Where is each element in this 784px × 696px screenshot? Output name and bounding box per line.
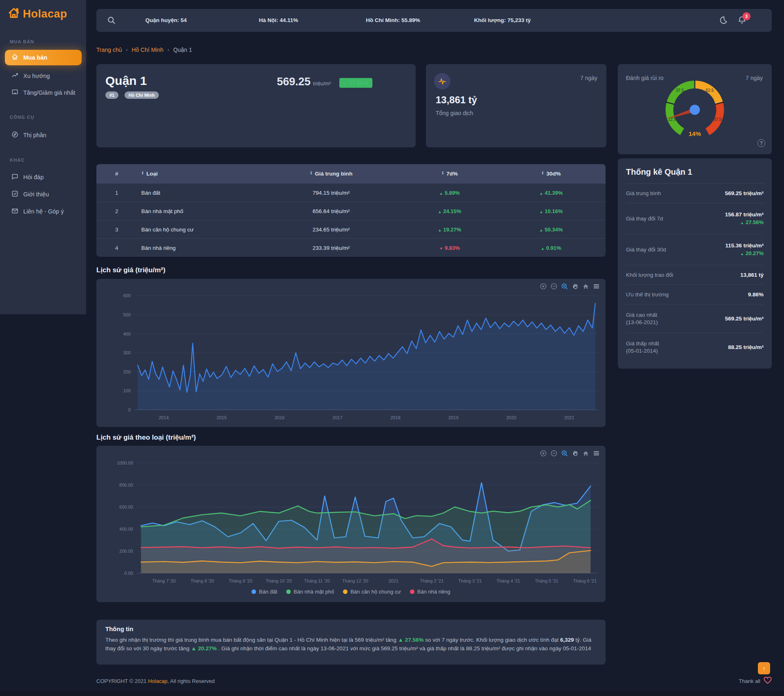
zoom-select-icon[interactable] [561, 450, 568, 457]
svg-text:1000.00: 1000.00 [117, 460, 133, 465]
svg-text:2015: 2015 [217, 415, 227, 420]
sidebar-item-gioi-thieu[interactable]: Giới thiệu [5, 187, 82, 202]
house-icon [11, 53, 18, 62]
scroll-top-button[interactable]: ↑ [758, 662, 770, 674]
svg-text:Tháng 11 '20: Tháng 11 '20 [304, 578, 330, 583]
trend-icon [11, 72, 18, 80]
price-by-type-chart[interactable]: 0.00200.00400.00600.00800.001000.00Tháng… [96, 446, 606, 602]
legend-ban-dat[interactable]: Bán đất [252, 589, 277, 595]
sidebar-section-muaban: MUA BÁN [10, 39, 34, 44]
stat-quan-huyen: Quận huyện: 54 [145, 17, 187, 23]
sidebar-item-label: Tăng/Giảm giá nhất [23, 89, 75, 96]
zoom-out-circle-icon[interactable] [550, 450, 557, 457]
legend-ban-nha-rieng[interactable]: Bán nhà riêng [410, 589, 450, 595]
breadcrumb: Trang chủ › Hồ Chí Minh › Quận 1 [96, 47, 192, 53]
svg-text:87.5: 87.5 [713, 117, 722, 122]
svg-text:800.00: 800.00 [119, 483, 133, 487]
legend-ban-nha-mat-pho[interactable]: Bán nhà mặt phố [286, 589, 334, 595]
svg-text:Tháng 12 '20: Tháng 12 '20 [342, 578, 368, 583]
legend-ban-can-ho[interactable]: Bán căn hộ chung cư [343, 589, 401, 595]
sidebar-item-mua-ban[interactable]: Mua bán [5, 50, 82, 65]
type-rank-table: # ▲▼Loại ▲▼Giá trung bình ▲▼7d% ▲▼30d% 1… [96, 164, 606, 257]
menu-icon[interactable] [593, 450, 600, 457]
table-row[interactable]: 4 Bán nhà riêng 233.39 triệu/m² ▼9.83% ▲… [96, 238, 606, 257]
breadcrumb-city[interactable]: Hồ Chí Minh [132, 47, 164, 53]
zoom-out-circle-icon[interactable] [550, 283, 557, 290]
bottom-strip [0, 691, 784, 696]
price-by-type-plot[interactable]: 0.00200.00400.00600.00800.001000.00Tháng… [96, 446, 606, 587]
svg-text:400.00: 400.00 [119, 527, 133, 531]
logo[interactable]: Holacap [7, 7, 67, 21]
svg-text:62.5: 62.5 [706, 88, 714, 93]
svg-text:300: 300 [123, 350, 131, 355]
price-change-badge: ▲27.56% [339, 78, 372, 88]
pan-hand-icon[interactable] [572, 450, 579, 457]
price-history-plot[interactable]: 0100200300400500600201420152016201720182… [96, 279, 606, 424]
help-icon[interactable]: ? [757, 139, 765, 147]
home-reset-icon[interactable] [582, 283, 589, 290]
district-overview-card: Quận 1 #1 Hồ Chí Minh 569.25 triệu/m² ▲2… [96, 64, 416, 147]
svg-text:Tháng 10 '20: Tháng 10 '20 [266, 578, 292, 583]
sidebar-item-label: Liên hệ - Góp ý [23, 208, 64, 215]
sidebar-item-label: Giới thiệu [23, 191, 49, 198]
svg-text:Tháng 2 '21: Tháng 2 '21 [420, 578, 444, 583]
svg-text:2021: 2021 [564, 415, 574, 420]
risk-value: 14% [688, 130, 701, 137]
sidebar-item-tang-giam[interactable]: Tăng/Giảm giá nhất [5, 85, 82, 100]
svg-text:2017: 2017 [332, 415, 342, 420]
thanks: Thank all [739, 677, 772, 685]
sidebar-item-lien-he[interactable]: Liên hệ - Góp ý [5, 204, 82, 219]
svg-text:Tháng 9 '20: Tháng 9 '20 [229, 578, 252, 583]
svg-text:37.5: 37.5 [676, 88, 684, 93]
home-reset-icon[interactable] [582, 450, 589, 457]
price-history-chart[interactable]: 0100200300400500600201420152016201720182… [96, 279, 606, 427]
chart-legend: Bán đất Bán nhà mặt phố Bán căn hộ chung… [96, 589, 606, 595]
svg-text:2016: 2016 [274, 415, 284, 420]
rank-badge: #1 [105, 91, 118, 99]
dark-mode-moon-icon[interactable] [719, 16, 728, 26]
notification-bell-icon[interactable]: 3 [737, 16, 746, 26]
page-title: Quận 1 [105, 74, 147, 88]
svg-text:200.00: 200.00 [119, 549, 133, 554]
sidebar-item-thi-phan[interactable]: Thị phần [5, 127, 82, 143]
activity-icon [434, 73, 450, 89]
zoom-in-circle-icon[interactable] [540, 450, 547, 457]
breadcrumb-district: Quận 1 [173, 47, 192, 53]
table-row[interactable]: 2 Bán nhà mặt phố 656.64 triệu/m² ▲24.15… [96, 202, 606, 220]
svg-text:Tháng 3 '21: Tháng 3 '21 [458, 578, 482, 583]
svg-text:0.00: 0.00 [125, 571, 133, 576]
svg-text:0: 0 [128, 407, 131, 412]
home-logo-icon [7, 7, 20, 21]
svg-text:Tháng 7 '20: Tháng 7 '20 [152, 578, 176, 583]
stat-row: Giá thay đổi 30d 115.36 triệu/m²▲20.27% [626, 234, 764, 265]
pan-hand-icon[interactable] [572, 283, 579, 290]
brand-name: Holacap [23, 8, 67, 20]
col-type[interactable]: ▲▼Loại [141, 171, 260, 177]
sidebar-item-xu-huong[interactable]: Xu hướng [5, 68, 82, 84]
menu-icon[interactable] [593, 283, 600, 290]
risk-gauge-card: Đánh giá rủi ro 7 ngày 12.5 37.5 62.5 87… [618, 64, 772, 154]
col-30d[interactable]: ▲▼30d% [497, 171, 606, 177]
svg-text:Tháng 4 '21: Tháng 4 '21 [497, 578, 520, 583]
table-row[interactable]: 1 Bán đất 794.15 triệu/m² ▲5.89% ▲41.39% [96, 183, 606, 202]
svg-text:600: 600 [123, 293, 131, 298]
search-icon[interactable] [107, 16, 116, 27]
svg-text:200: 200 [123, 369, 131, 374]
heart-icon [764, 677, 772, 685]
volume-value: 13,861 tỷ [436, 94, 477, 106]
info-title: Thông tin [105, 625, 597, 632]
breadcrumb-home[interactable]: Trang chủ [96, 47, 122, 53]
sort-icon: ▲▼ [310, 171, 312, 175]
zoom-in-circle-icon[interactable] [540, 283, 547, 290]
zoom-select-icon[interactable] [561, 283, 568, 290]
stat-khoi-luong: Khối lượng: 75,233 tỷ [474, 17, 531, 23]
volume-card: 7 ngày 13,861 tỷ Tổng giao dịch [426, 64, 606, 147]
stat-row: Giá cao nhất(13-06-2021) 569.25 triệu/m² [626, 304, 764, 333]
col-7d[interactable]: ▲▼7d% [403, 171, 497, 177]
sidebar-item-hoi-dap[interactable]: Hỏi đáp [5, 169, 82, 185]
col-price[interactable]: ▲▼Giá trung bình [260, 171, 403, 177]
chevron-right-icon: › [167, 47, 169, 53]
col-index: # [96, 171, 141, 177]
stat-row: Giá thấp nhất(05-01-2014) 88.25 triệu/m² [626, 333, 764, 361]
table-row[interactable]: 3 Bán căn hộ chung cư 234.65 triệu/m² ▲1… [96, 220, 606, 238]
